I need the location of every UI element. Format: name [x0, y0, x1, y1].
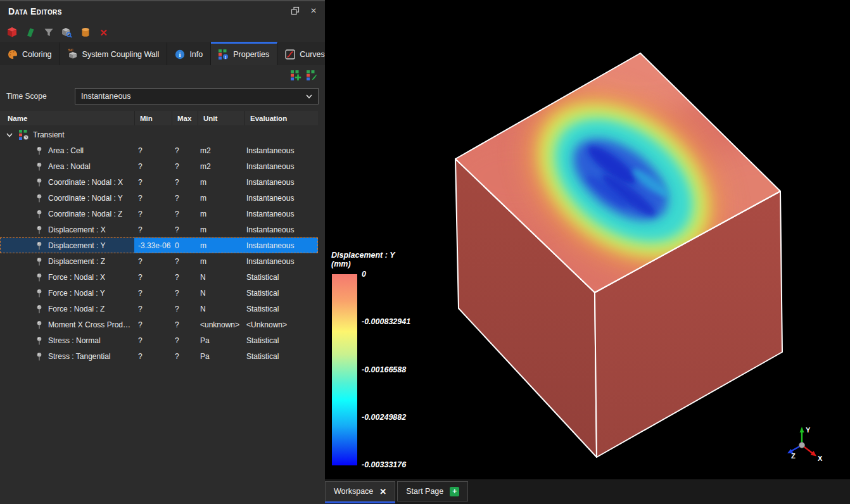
- table-row[interactable]: Force : Nodal : Z ? ? N Statistical: [0, 301, 318, 317]
- delete-x-icon[interactable]: ✕: [98, 27, 110, 39]
- time-scope-value: Instantaneous: [81, 92, 131, 101]
- info-icon: i: [175, 49, 185, 60]
- header-max[interactable]: Max: [172, 111, 198, 125]
- row-evaluation: Instantaneous: [243, 142, 318, 158]
- data-editors-panel: Data Editors ✕ ✕ Colorin: [0, 0, 325, 504]
- row-evaluation: Statistical: [243, 285, 318, 301]
- row-name: Displacement : X: [48, 225, 106, 234]
- variables-subtoolbar: [0, 65, 325, 86]
- row-name: Area : Nodal: [48, 162, 91, 171]
- add-page-icon[interactable]: +: [450, 487, 459, 496]
- row-unit: m: [196, 206, 243, 222]
- row-name: Force : Nodal : Z: [48, 305, 105, 313]
- expand-chevron-icon[interactable]: [0, 130, 19, 139]
- table-row[interactable]: Force : Nodal : X ? ? N Statistical: [0, 269, 318, 285]
- row-unit: m: [196, 174, 243, 190]
- properties-tab-content: Time Scope Instantaneous Name Min Max Un…: [0, 65, 325, 504]
- pin-icon: [34, 241, 44, 251]
- row-name: Force : Nodal : Y: [48, 289, 105, 298]
- row-name: Coordinate : Nodal : Z: [48, 210, 122, 218]
- tab-info[interactable]: i Info: [167, 42, 211, 65]
- row-max: ?: [171, 174, 196, 190]
- row-name: Transient: [33, 130, 65, 139]
- time-scope-row: Time Scope Instantaneous: [0, 86, 325, 106]
- row-evaluation: Statistical: [243, 348, 318, 364]
- row-evaluation: Instantaneous: [243, 158, 318, 174]
- table-row[interactable]: Stress : Normal ? ? Pa Statistical: [0, 332, 318, 348]
- row-min: ?: [134, 142, 171, 158]
- table-row[interactable]: Displacement : Z ? ? m Instantaneous: [0, 253, 318, 269]
- close-tab-icon[interactable]: ✕: [379, 487, 386, 496]
- time-scope-label: Time Scope: [6, 92, 75, 101]
- time-scope-dropdown[interactable]: Instantaneous: [75, 88, 319, 104]
- row-evaluation: Statistical: [243, 332, 318, 348]
- header-evaluation[interactable]: Evaluation: [245, 111, 318, 125]
- cube-search-icon[interactable]: [61, 27, 73, 39]
- tab-label: Coloring: [22, 50, 52, 59]
- pin-icon: [34, 146, 44, 156]
- table-row[interactable]: Transient: [0, 127, 318, 142]
- row-unit: <unknown>: [196, 317, 243, 332]
- row-max: ?: [171, 269, 196, 285]
- tab-properties[interactable]: ! Properties: [211, 42, 277, 65]
- edit-variable-icon[interactable]: [307, 70, 317, 80]
- header-name[interactable]: Name: [0, 111, 134, 125]
- pin-icon: [34, 304, 44, 314]
- row-min: ?: [134, 332, 171, 348]
- red-cube-icon[interactable]: [6, 27, 18, 39]
- chevron-down-icon: [305, 92, 314, 103]
- header-unit[interactable]: Unit: [198, 111, 244, 125]
- orange-cylinder-icon[interactable]: [79, 27, 91, 39]
- table-row[interactable]: Force : Nodal : Y ? ? N Statistical: [0, 285, 318, 301]
- colorbar-tick: -0.00249882: [362, 413, 406, 422]
- row-min: ?: [134, 190, 171, 206]
- pin-icon: [34, 336, 44, 346]
- row-min: ?: [134, 285, 171, 301]
- filter-funnel-icon[interactable]: [42, 27, 54, 39]
- tab-label: Curves: [300, 50, 325, 59]
- editor-tabs: Coloring SC System Coupling Wall i Info …: [0, 42, 325, 65]
- row-unit: m: [196, 222, 243, 237]
- colorbar-tick: 0: [362, 270, 366, 279]
- row-min: ?: [134, 317, 171, 332]
- row-max: ?: [171, 285, 196, 301]
- close-panel-icon[interactable]: ✕: [308, 6, 319, 16]
- tab-label: Workspace: [334, 487, 373, 496]
- tab-coloring[interactable]: Coloring: [0, 42, 60, 65]
- colorbar-tick: -0.000832941: [362, 317, 410, 326]
- tab-start-page[interactable]: Start Page +: [397, 481, 468, 501]
- row-unit: Pa: [196, 348, 243, 364]
- table-row[interactable]: Displacement : Y -3.33e-06 0 m Instantan…: [0, 237, 318, 253]
- pin-icon: [34, 193, 44, 203]
- pin-icon: [34, 209, 44, 219]
- table-row[interactable]: Coordinate : Nodal : Z ? ? m Instantaneo…: [0, 206, 318, 222]
- transient-group-icon: [19, 130, 29, 140]
- header-min[interactable]: Min: [135, 111, 172, 125]
- row-evaluation: Instantaneous: [243, 222, 318, 237]
- row-name: Stress : Normal: [48, 336, 101, 345]
- tab-workspace[interactable]: Workspace ✕: [325, 481, 395, 501]
- add-variable-icon[interactable]: [291, 70, 301, 80]
- panel-titlebar[interactable]: Data Editors ✕: [0, 1, 325, 23]
- table-row[interactable]: Moment X Cross Produc... ? ? <unknown> <…: [0, 317, 318, 332]
- row-name: Stress : Tangential: [48, 352, 111, 361]
- row-name: Force : Nodal : X: [48, 273, 105, 282]
- table-row[interactable]: Area : Nodal ? ? m2 Instantaneous: [0, 158, 318, 174]
- table-row[interactable]: Displacement : X ? ? m Instantaneous: [0, 222, 318, 237]
- table-row[interactable]: Coordinate : Nodal : X ? ? m Instantaneo…: [0, 174, 318, 190]
- variables-tree: Transient Area : Cell ? ? m2 Instantaneo…: [0, 127, 325, 364]
- render-viewport[interactable]: Displacement : Y (mm) 0 -0.000832941 -0.…: [325, 0, 850, 479]
- table-row[interactable]: Area : Cell ? ? m2 Instantaneous: [0, 142, 318, 158]
- table-row[interactable]: Stress : Tangential ? ? Pa Statistical: [0, 348, 318, 364]
- table-row[interactable]: Coordinate : Nodal : Y ? ? m Instantaneo…: [0, 190, 318, 206]
- float-window-icon[interactable]: [290, 6, 300, 16]
- row-evaluation: Statistical: [243, 301, 318, 317]
- row-evaluation: <Unknown>: [243, 317, 318, 332]
- curves-icon: [285, 49, 295, 60]
- row-max: [171, 127, 196, 142]
- tab-system-coupling-wall[interactable]: SC System Coupling Wall: [60, 42, 168, 65]
- green-plane-icon[interactable]: [24, 27, 36, 39]
- row-unit: N: [196, 301, 243, 317]
- row-unit: m2: [196, 158, 243, 174]
- row-min: ?: [134, 253, 171, 269]
